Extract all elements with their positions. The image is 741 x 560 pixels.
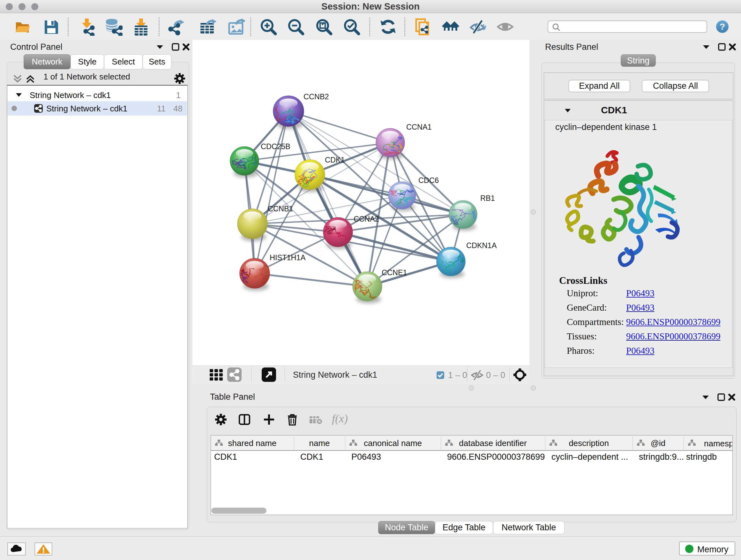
svg-text:CDKN1A: CDKN1A [466, 241, 497, 250]
svg-text:CDC25B: CDC25B [261, 142, 290, 151]
svg-text:HIST1H1A: HIST1H1A [270, 253, 306, 262]
svg-text:RB1: RB1 [480, 194, 495, 202]
svg-text:CCNB1: CCNB1 [268, 205, 293, 213]
svg-text:CCNB2: CCNB2 [304, 92, 329, 101]
svg-text:CCNE1: CCNE1 [382, 268, 407, 277]
svg-text:CDC6: CDC6 [418, 176, 439, 185]
svg-text:CCNA2: CCNA2 [354, 215, 379, 223]
svg-text:CDK1: CDK1 [325, 156, 345, 164]
svg-text:CCNA1: CCNA1 [406, 123, 432, 131]
